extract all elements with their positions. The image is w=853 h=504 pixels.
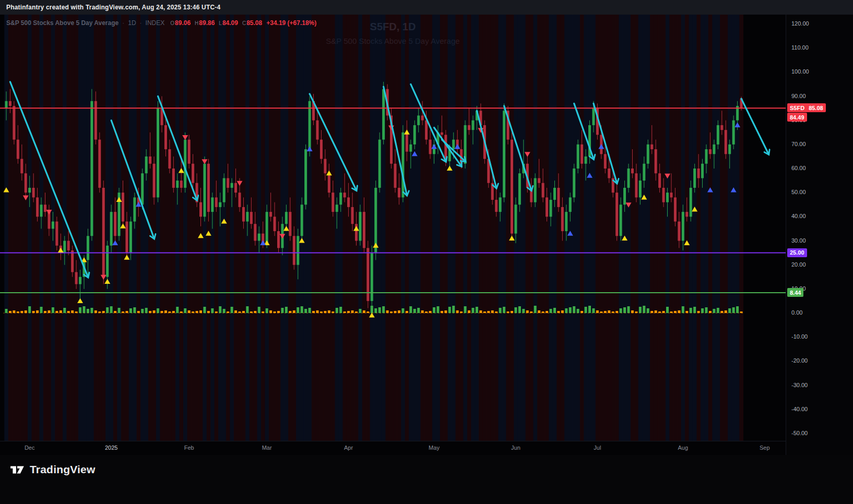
session-stripe	[78, 15, 82, 441]
candle-body	[87, 236, 89, 260]
volume-bar	[394, 311, 397, 313]
session-stripe	[436, 15, 440, 441]
candle-body	[277, 231, 280, 248]
candle-body	[316, 121, 319, 140]
price-tick-label: 50.00	[791, 189, 806, 195]
candle-body	[343, 193, 346, 197]
volume-bar	[5, 309, 8, 313]
session-stripe	[537, 15, 541, 441]
session-stripe	[498, 15, 502, 441]
session-stripe	[712, 15, 716, 441]
candle-body	[546, 197, 548, 217]
legend-timeframe[interactable]: 1D	[128, 19, 136, 27]
volume-bar	[36, 310, 39, 313]
candle-body	[409, 145, 412, 152]
session-stripe	[105, 15, 110, 441]
candle-body	[184, 140, 186, 188]
candle-body	[514, 205, 517, 233]
candle-body	[149, 157, 151, 164]
candle-body	[452, 140, 455, 149]
candle-body	[242, 207, 245, 222]
volume-bar	[728, 308, 731, 313]
volume-bar	[479, 310, 482, 313]
session-stripe	[215, 15, 219, 441]
candle-body	[359, 212, 361, 241]
volume-bar	[713, 309, 715, 313]
legend-exchange: INDEX	[146, 19, 165, 27]
volume-bar	[254, 311, 256, 313]
candle-body	[55, 222, 58, 246]
symbol-legend[interactable]: S&P 500 Stocks Above 5 Day Average · 1D …	[6, 19, 316, 27]
legend-separator: ·	[140, 19, 142, 27]
candle-body	[709, 149, 712, 154]
candle-body	[425, 121, 428, 140]
price-axis[interactable]: 120.00110.00100.0090.0080.0070.0060.0050…	[786, 15, 853, 455]
candle-body	[13, 106, 15, 140]
candle-body	[75, 272, 78, 284]
volume-bar	[141, 309, 144, 313]
candle-body	[604, 154, 607, 169]
price-tag-value: 25.00	[790, 249, 804, 256]
candle-body	[725, 130, 727, 154]
trend-arrow-drawing[interactable]	[741, 99, 768, 154]
volume-bar	[705, 307, 708, 313]
session-stripe	[160, 15, 164, 441]
candle-body	[164, 125, 167, 149]
legend-separator: ·	[122, 19, 124, 27]
time-tick-label: Jun	[504, 445, 527, 451]
session-stripe	[724, 15, 728, 441]
legend-symbol-title[interactable]: S&P 500 Stocks Above 5 Day Average	[6, 19, 119, 27]
session-stripe	[397, 15, 401, 441]
time-axis[interactable]: Dec2025FebMarAprMayJunJulAugSep	[0, 441, 786, 455]
session-stripe	[701, 15, 705, 441]
candle-body	[114, 212, 116, 236]
session-stripe	[28, 15, 32, 441]
session-stripe	[689, 15, 693, 441]
candle-body	[569, 197, 572, 212]
session-stripe	[673, 15, 678, 441]
candle-body	[157, 109, 159, 198]
volume-bar	[448, 307, 451, 313]
volume-bar	[503, 307, 505, 313]
candle-body	[655, 149, 657, 173]
session-stripe	[502, 15, 506, 441]
volume-bar	[114, 311, 116, 313]
plot-area[interactable]: S5FD, 1D S&P 500 Stocks Above 5 Day Aver…	[0, 15, 786, 455]
session-stripe	[731, 15, 736, 441]
volume-bar	[650, 311, 653, 313]
volume-bar	[60, 310, 62, 313]
volume-bar	[316, 310, 319, 313]
price-chart-canvas[interactable]	[0, 15, 786, 441]
chart-pane[interactable]: S5FD, 1D S&P 500 Stocks Above 5 Day Aver…	[0, 15, 853, 455]
time-tick-label: Apr	[337, 445, 360, 451]
candle-body	[363, 212, 365, 248]
candle-body	[125, 222, 128, 253]
session-stripe	[401, 15, 405, 441]
candle-body	[71, 250, 74, 272]
volume-bar	[697, 311, 700, 313]
session-stripe	[736, 15, 740, 441]
price-tick-label: 70.00	[791, 141, 806, 147]
session-stripe	[556, 15, 561, 441]
price-tag-s5fd: S5FD85.08	[787, 103, 826, 112]
volume-bar	[324, 311, 326, 313]
session-stripe	[623, 15, 627, 441]
volume-bar	[231, 307, 233, 313]
session-stripe	[409, 15, 413, 441]
session-stripe	[553, 15, 557, 441]
candle-body	[141, 173, 144, 205]
tradingview-brand-link[interactable]: TradingView	[9, 462, 96, 477]
session-stripe	[218, 15, 222, 441]
candle-body	[511, 140, 513, 234]
price-tick-label: 120.00	[791, 20, 809, 27]
volume-bar	[456, 310, 459, 313]
volume-bar	[518, 306, 521, 313]
session-stripe	[342, 15, 347, 441]
volume-bar	[620, 308, 622, 313]
volume-bar	[417, 308, 420, 313]
volume-bar	[386, 310, 389, 313]
session-stripe	[658, 15, 662, 441]
volume-bar	[301, 306, 303, 313]
candle-body	[28, 188, 31, 193]
price-tick-label: 0.00	[791, 309, 802, 316]
